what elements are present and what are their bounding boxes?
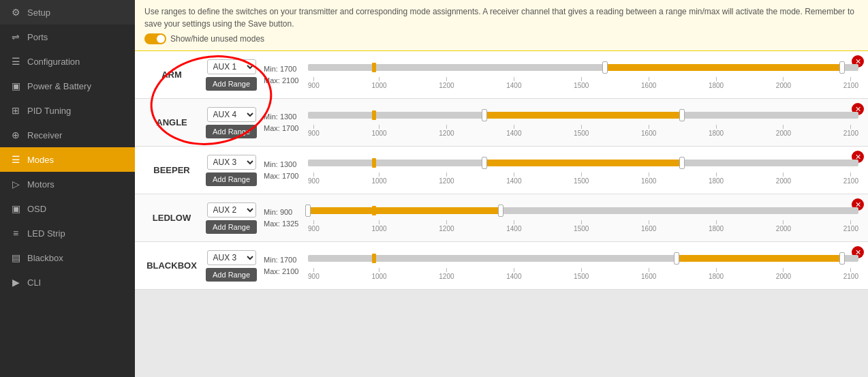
add-range-arm[interactable]: Add Range bbox=[206, 77, 257, 91]
range-area-blackbox[interactable]: 90010001200140015001600180020002100 bbox=[308, 250, 858, 282]
pos-indicator-blackbox bbox=[372, 254, 376, 263]
tick-label-1000: 1000 bbox=[371, 82, 386, 89]
tick-mark-1800 bbox=[716, 172, 717, 177]
slider-handle-left-arm[interactable] bbox=[602, 61, 608, 74]
tick-mark-1600 bbox=[649, 172, 649, 177]
sidebar-item-ports[interactable]: ⇌ Ports bbox=[0, 25, 135, 49]
sidebar-label-pid-tuning: PID Tuning bbox=[27, 106, 71, 116]
sidebar-item-blackbox[interactable]: ▤ Blackbox bbox=[0, 245, 135, 270]
slider-handle-right-ledlow[interactable] bbox=[498, 205, 503, 217]
sidebar-item-configuration[interactable]: ☰ Configuration bbox=[0, 49, 135, 74]
slider-bg bbox=[308, 64, 858, 71]
tick-1400: 1400 bbox=[506, 220, 521, 234]
tick-2100: 2100 bbox=[843, 77, 858, 91]
tick-2100: 2100 bbox=[843, 220, 858, 234]
mode-row-ledlow: ✕LEDLOWAUX 1AUX 2AUX 3AUX 4Add RangeMin:… bbox=[135, 194, 868, 242]
slider-handle-left-beeper[interactable] bbox=[482, 157, 487, 169]
add-range-ledlow[interactable]: Add Range bbox=[206, 220, 257, 234]
tick-label-1600: 1600 bbox=[641, 82, 656, 89]
tick-label-1000: 1000 bbox=[371, 225, 386, 232]
tick-label-2100: 2100 bbox=[843, 177, 858, 185]
tick-label-1200: 1200 bbox=[439, 225, 454, 232]
slider-handle-left-blackbox[interactable] bbox=[674, 252, 679, 265]
slider-track-ledlow[interactable] bbox=[308, 202, 858, 219]
tick-mark-2100 bbox=[850, 125, 851, 129]
sidebar-item-cli[interactable]: ▶ CLI bbox=[0, 270, 135, 295]
aux-select-arm[interactable]: AUX 1AUX 2AUX 3AUX 4 bbox=[207, 59, 256, 74]
tick-mark-1000 bbox=[379, 172, 379, 177]
slider-handle-left-angle[interactable] bbox=[482, 109, 487, 121]
slider-handle-right-arm[interactable] bbox=[839, 61, 845, 74]
slider-track-angle[interactable] bbox=[308, 107, 858, 123]
tick-label-2100: 2100 bbox=[843, 225, 858, 232]
min-max-ledlow: Min: 900Max: 1325 bbox=[264, 207, 301, 229]
tick-1400: 1400 bbox=[506, 77, 521, 91]
tick-label-1500: 1500 bbox=[574, 177, 589, 185]
min-max-arm: Min: 1700Max: 2100 bbox=[264, 63, 301, 86]
add-range-blackbox[interactable]: Add Range bbox=[206, 268, 257, 282]
aux-select-angle[interactable]: AUX 1AUX 2AUX 3AUX 4 bbox=[207, 107, 256, 122]
sidebar-item-osd[interactable]: ▣ OSD bbox=[0, 196, 135, 221]
tick-1400: 1400 bbox=[506, 268, 521, 282]
range-area-angle[interactable]: 90010001200140015001600180020002100 bbox=[308, 107, 858, 138]
slider-handle-right-blackbox[interactable] bbox=[839, 252, 845, 265]
add-range-angle[interactable]: Add Range bbox=[206, 125, 257, 138]
tick-row-blackbox: 90010001200140015001600180020002100 bbox=[308, 268, 858, 282]
tick-1000: 1000 bbox=[371, 172, 386, 186]
sidebar-item-led-strip[interactable]: ≡ LED Strip bbox=[0, 221, 135, 245]
slider-handle-left-ledlow[interactable] bbox=[305, 205, 311, 217]
tick-1800: 1800 bbox=[709, 268, 724, 282]
show-hide-toggle[interactable] bbox=[144, 33, 166, 44]
slider-track-arm[interactable] bbox=[308, 59, 858, 76]
tick-label-1500: 1500 bbox=[574, 273, 589, 280]
tick-mark-2100 bbox=[850, 220, 851, 224]
tick-label-1500: 1500 bbox=[574, 130, 589, 137]
mode-controls-beeper: AUX 1AUX 2AUX 3AUX 4Add Range bbox=[206, 155, 257, 186]
tick-label-900: 900 bbox=[308, 82, 320, 89]
range-area-arm[interactable]: 90010001200140015001600180020002100 bbox=[308, 59, 858, 91]
sidebar-item-pid-tuning[interactable]: ⊞ PID Tuning bbox=[0, 98, 135, 123]
tick-mark-1400 bbox=[514, 172, 514, 177]
slider-track-blackbox[interactable] bbox=[308, 250, 858, 267]
add-range-beeper[interactable]: Add Range bbox=[206, 172, 257, 186]
tick-label-2000: 2000 bbox=[776, 273, 791, 280]
slider-bg bbox=[308, 207, 858, 214]
aux-select-ledlow[interactable]: AUX 1AUX 2AUX 3AUX 4 bbox=[207, 202, 256, 217]
slider-fill-ledlow bbox=[308, 207, 501, 214]
aux-select-blackbox[interactable]: AUX 1AUX 2AUX 3AUX 4 bbox=[207, 250, 256, 265]
tick-mark-900 bbox=[313, 125, 314, 129]
mode-controls-arm: AUX 1AUX 2AUX 3AUX 4Add Range bbox=[206, 59, 257, 91]
tick-mark-1000 bbox=[379, 268, 379, 272]
tick-mark-2000 bbox=[783, 125, 784, 129]
tick-1800: 1800 bbox=[709, 220, 724, 234]
sidebar-item-modes[interactable]: ☰ Modes bbox=[0, 147, 135, 172]
tick-mark-1000 bbox=[379, 220, 379, 224]
slider-handle-right-angle[interactable] bbox=[679, 109, 685, 121]
tick-2100: 2100 bbox=[843, 125, 858, 138]
sidebar-item-setup[interactable]: ⚙ Setup bbox=[0, 0, 135, 25]
range-area-ledlow[interactable]: 90010001200140015001600180020002100 bbox=[308, 202, 858, 234]
range-area-beeper[interactable]: 90010001200140015001600180020002100 bbox=[308, 155, 858, 186]
slider-handle-right-beeper[interactable] bbox=[679, 157, 685, 169]
tick-label-1200: 1200 bbox=[439, 82, 454, 89]
info-banner: Use ranges to define the switches on you… bbox=[135, 0, 868, 51]
sidebar: ⚙ Setup ⇌ Ports ☰ Configuration ▣ Power … bbox=[0, 0, 135, 377]
tick-label-2100: 2100 bbox=[843, 130, 858, 137]
tick-1400: 1400 bbox=[506, 125, 521, 138]
aux-select-beeper[interactable]: AUX 1AUX 2AUX 3AUX 4 bbox=[207, 155, 256, 170]
mode-controls-ledlow: AUX 1AUX 2AUX 3AUX 4Add Range bbox=[206, 202, 257, 234]
slider-fill-arm bbox=[605, 64, 841, 71]
slider-track-beeper[interactable] bbox=[308, 155, 858, 171]
tick-1200: 1200 bbox=[439, 125, 454, 138]
sidebar-item-receiver[interactable]: ⊕ Receiver bbox=[0, 123, 135, 147]
tick-row-angle: 90010001200140015001600180020002100 bbox=[308, 125, 858, 138]
tick-label-1800: 1800 bbox=[709, 273, 724, 280]
sidebar-item-power-battery[interactable]: ▣ Power & Battery bbox=[0, 74, 135, 98]
min-max-beeper: Min: 1300Max: 1700 bbox=[264, 159, 301, 181]
mode-row-beeper: ✕BEEPERAUX 1AUX 2AUX 3AUX 4Add RangeMin:… bbox=[135, 147, 868, 194]
modes-icon: ☰ bbox=[10, 154, 22, 165]
tick-mark-1200 bbox=[446, 268, 447, 272]
mode-row-angle: ✕ANGLEAUX 1AUX 2AUX 3AUX 4Add RangeMin: … bbox=[135, 99, 868, 147]
tick-mark-1200 bbox=[446, 220, 447, 224]
sidebar-item-motors[interactable]: ▷ Motors bbox=[0, 172, 135, 196]
